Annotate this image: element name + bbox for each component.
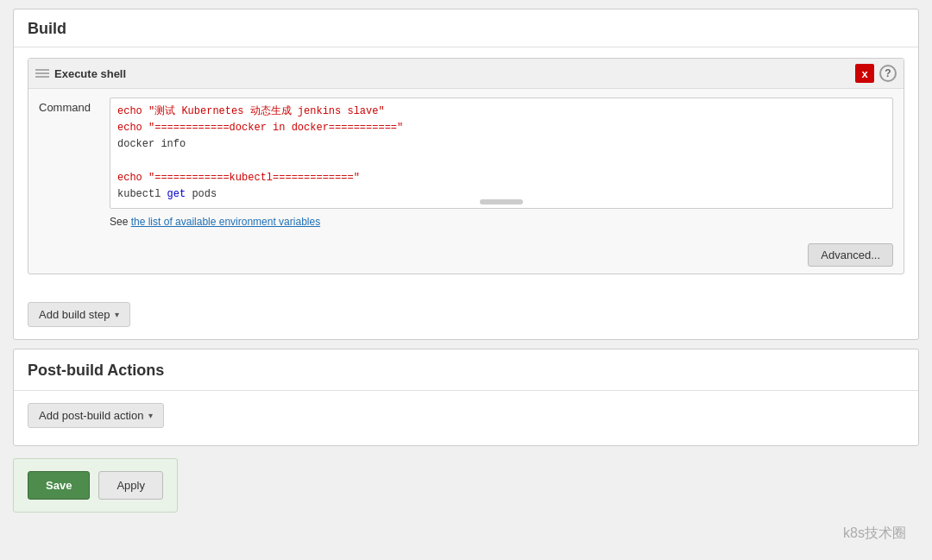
add-post-build-label: Add post-build action xyxy=(39,409,143,422)
execute-shell-header-left: Execute shell xyxy=(35,67,126,80)
code-line-3: docker info xyxy=(117,136,885,153)
execute-shell-header: Execute shell x ? xyxy=(28,59,904,89)
advanced-row: Advanced... xyxy=(28,236,904,274)
save-button[interactable]: Save xyxy=(28,471,90,500)
command-row: Command echo "测试 Kubernetes 动态生成 jenkins… xyxy=(39,98,893,209)
env-vars-anchor[interactable]: the list of available environment variab… xyxy=(131,216,320,228)
page-wrapper: Build Execute shell x ? xyxy=(0,0,932,560)
watermark: k8s技术圈 xyxy=(843,525,906,543)
post-build-body: Add post-build action ▾ xyxy=(14,391,918,445)
code-line-5: echo "============kubectl=============" xyxy=(117,170,885,186)
add-post-build-button[interactable]: Add post-build action ▾ xyxy=(28,403,164,428)
advanced-button[interactable]: Advanced... xyxy=(808,243,893,267)
add-build-step-label: Add build step xyxy=(39,308,110,321)
add-build-step-row: Add build step ▾ xyxy=(14,295,918,339)
scrollbar-indicator xyxy=(480,199,523,204)
code-line-2: echo "============docker in docker======… xyxy=(117,120,885,136)
code-line-4 xyxy=(117,154,885,170)
command-label: Command xyxy=(39,98,99,114)
env-vars-link-row: See the list of available environment va… xyxy=(110,216,893,228)
help-icon[interactable]: ? xyxy=(879,65,897,82)
build-section: Build Execute shell x ? xyxy=(13,9,919,340)
execute-shell-content: Command echo "测试 Kubernetes 动态生成 jenkins… xyxy=(28,89,904,236)
post-build-title: Post-build Actions xyxy=(14,349,918,391)
execute-shell-title: Execute shell xyxy=(54,67,126,80)
build-section-body: Execute shell x ? Command echo "测试 Kuber… xyxy=(14,47,918,295)
add-build-step-button[interactable]: Add build step ▾ xyxy=(28,302,130,327)
add-build-step-arrow: ▾ xyxy=(115,310,119,319)
add-post-build-arrow: ▾ xyxy=(148,411,153,420)
code-editor[interactable]: echo "测试 Kubernetes 动态生成 jenkins slave" … xyxy=(110,98,893,209)
drag-handle[interactable] xyxy=(35,69,49,78)
execute-shell-block: Execute shell x ? Command echo "测试 Kuber… xyxy=(28,58,904,274)
env-vars-text: See xyxy=(110,216,131,228)
post-build-section: Post-build Actions Add post-build action… xyxy=(13,349,919,446)
build-section-title: Build xyxy=(14,9,918,47)
execute-shell-header-right: x ? xyxy=(855,64,897,83)
code-line-1: echo "测试 Kubernetes 动态生成 jenkins slave" xyxy=(117,104,885,120)
close-button[interactable]: x xyxy=(855,64,874,83)
apply-button[interactable]: Apply xyxy=(98,471,163,500)
save-apply-bar: Save Apply xyxy=(13,458,178,513)
